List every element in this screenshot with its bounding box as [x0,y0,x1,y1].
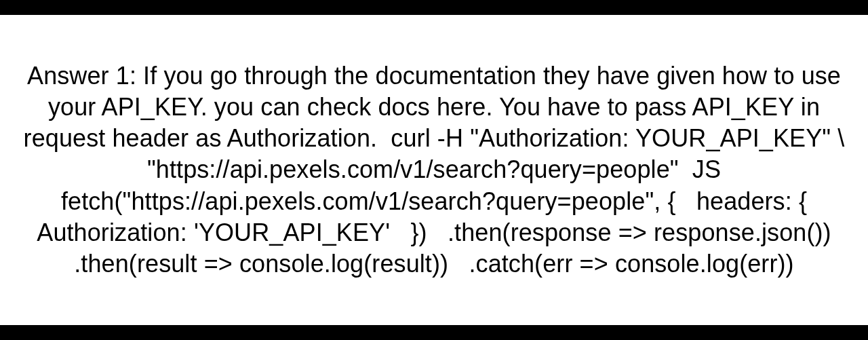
letterbox-top [0,0,868,15]
answer-text: Answer 1: If you go through the document… [7,60,861,280]
content-area: Answer 1: If you go through the document… [0,15,868,325]
letterbox-bottom [0,325,868,340]
